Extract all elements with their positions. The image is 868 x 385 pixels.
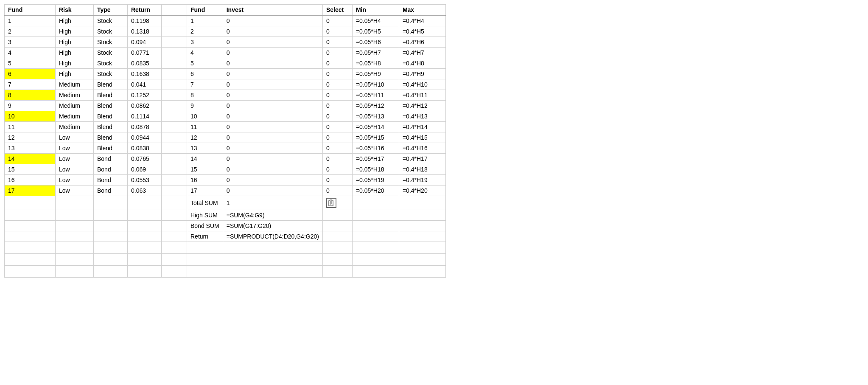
cell-type[interactable]: Blend bbox=[94, 101, 128, 111]
cell-min[interactable]: =0.05*H12 bbox=[352, 101, 399, 111]
cell-invest[interactable]: 0 bbox=[223, 69, 322, 79]
cell-risk[interactable]: Low bbox=[56, 185, 94, 196]
cell-select[interactable]: 0 bbox=[322, 58, 352, 69]
cell-return[interactable]: 0.0835 bbox=[128, 58, 162, 69]
cell-risk[interactable]: Low bbox=[56, 164, 94, 175]
cell-risk[interactable]: High bbox=[56, 37, 94, 48]
cell-select[interactable]: 0 bbox=[322, 185, 352, 196]
cell-type[interactable]: Stock bbox=[94, 58, 128, 69]
cell-max[interactable]: =0.4*H10 bbox=[399, 79, 445, 90]
cell-return[interactable]: 0.1638 bbox=[128, 69, 162, 79]
cell-min[interactable]: =0.05*H14 bbox=[352, 122, 399, 132]
cell-invest[interactable]: 0 bbox=[223, 154, 322, 164]
cell-min[interactable]: =0.05*H20 bbox=[352, 185, 399, 196]
cell-return[interactable]: 0.094 bbox=[128, 37, 162, 48]
cell-min[interactable]: =0.05*H6 bbox=[352, 37, 399, 48]
cell-select[interactable]: 0 bbox=[322, 69, 352, 79]
cell-invest[interactable]: 0 bbox=[223, 185, 322, 196]
summary-value[interactable]: 1 bbox=[223, 196, 322, 210]
cell-max[interactable]: =0.4*H11 bbox=[399, 90, 445, 101]
cell-min[interactable]: =0.05*H19 bbox=[352, 175, 399, 185]
cell-max[interactable]: =0.4*H17 bbox=[399, 154, 445, 164]
cell-risk[interactable]: Medium bbox=[56, 122, 94, 132]
cell-return[interactable]: 0.1318 bbox=[128, 26, 162, 37]
paste-icon-cell[interactable] bbox=[322, 196, 352, 210]
cell-invest[interactable]: 0 bbox=[223, 58, 322, 69]
cell-fund2[interactable]: 12 bbox=[187, 132, 223, 143]
cell-risk[interactable]: High bbox=[56, 58, 94, 69]
cell-type[interactable]: Blend bbox=[94, 111, 128, 122]
cell-min[interactable]: =0.05*H10 bbox=[352, 79, 399, 90]
cell-fund[interactable]: 2 bbox=[5, 26, 56, 37]
cell-risk[interactable]: Low bbox=[56, 154, 94, 164]
cell-return[interactable]: 0.1198 bbox=[128, 15, 162, 26]
cell-min[interactable]: =0.05*H5 bbox=[352, 26, 399, 37]
summary-value[interactable]: =SUMPRODUCT(D4:D20,G4:G20) bbox=[223, 231, 322, 242]
cell-select[interactable]: 0 bbox=[322, 164, 352, 175]
cell-fund2[interactable]: 15 bbox=[187, 164, 223, 175]
cell-select[interactable]: 0 bbox=[322, 132, 352, 143]
cell-select[interactable]: 0 bbox=[322, 79, 352, 90]
cell-fund[interactable]: 12 bbox=[5, 132, 56, 143]
cell-type[interactable]: Bond bbox=[94, 164, 128, 175]
cell-invest[interactable]: 0 bbox=[223, 132, 322, 143]
cell-risk[interactable]: Medium bbox=[56, 90, 94, 101]
cell-select[interactable]: 0 bbox=[322, 154, 352, 164]
cell-fund2[interactable]: 5 bbox=[187, 58, 223, 69]
cell-type[interactable]: Bond bbox=[94, 154, 128, 164]
cell-type[interactable]: Blend bbox=[94, 122, 128, 132]
cell-fund2[interactable]: 10 bbox=[187, 111, 223, 122]
cell-risk[interactable]: Low bbox=[56, 143, 94, 154]
cell-fund[interactable]: 11 bbox=[5, 122, 56, 132]
cell-fund2[interactable]: 17 bbox=[187, 185, 223, 196]
cell-fund[interactable]: 4 bbox=[5, 48, 56, 58]
cell-fund2[interactable]: 14 bbox=[187, 154, 223, 164]
cell-fund2[interactable]: 4 bbox=[187, 48, 223, 58]
cell-type[interactable]: Stock bbox=[94, 37, 128, 48]
cell-invest[interactable]: 0 bbox=[223, 79, 322, 90]
cell-return[interactable]: 0.1252 bbox=[128, 90, 162, 101]
cell-fund2[interactable]: 9 bbox=[187, 101, 223, 111]
cell-type[interactable]: Stock bbox=[94, 26, 128, 37]
cell-fund2[interactable]: 3 bbox=[187, 37, 223, 48]
cell-fund2[interactable]: 6 bbox=[187, 69, 223, 79]
cell-return[interactable]: 0.063 bbox=[128, 185, 162, 196]
cell-min[interactable]: =0.05*H17 bbox=[352, 154, 399, 164]
cell-invest[interactable]: 0 bbox=[223, 101, 322, 111]
cell-max[interactable]: =0.4*H7 bbox=[399, 48, 445, 58]
cell-invest[interactable]: 0 bbox=[223, 111, 322, 122]
summary-value[interactable]: =SUM(G4:G9) bbox=[223, 210, 322, 221]
cell-max[interactable]: =0.4*H16 bbox=[399, 143, 445, 154]
cell-fund[interactable]: 6 bbox=[5, 69, 56, 79]
cell-max[interactable]: =0.4*H9 bbox=[399, 69, 445, 79]
cell-fund2[interactable]: 16 bbox=[187, 175, 223, 185]
cell-return[interactable]: 0.0765 bbox=[128, 154, 162, 164]
cell-invest[interactable]: 0 bbox=[223, 26, 322, 37]
cell-type[interactable]: Blend bbox=[94, 90, 128, 101]
cell-type[interactable]: Bond bbox=[94, 185, 128, 196]
cell-min[interactable]: =0.05*H4 bbox=[352, 15, 399, 26]
cell-max[interactable]: =0.4*H6 bbox=[399, 37, 445, 48]
cell-invest[interactable]: 0 bbox=[223, 90, 322, 101]
cell-risk[interactable]: Medium bbox=[56, 79, 94, 90]
cell-return[interactable]: 0.0944 bbox=[128, 132, 162, 143]
cell-min[interactable]: =0.05*H18 bbox=[352, 164, 399, 175]
cell-fund[interactable]: 16 bbox=[5, 175, 56, 185]
cell-return[interactable]: 0.0771 bbox=[128, 48, 162, 58]
cell-type[interactable]: Blend bbox=[94, 79, 128, 90]
cell-fund2[interactable]: 13 bbox=[187, 143, 223, 154]
cell-risk[interactable]: Medium bbox=[56, 111, 94, 122]
cell-max[interactable]: =0.4*H13 bbox=[399, 111, 445, 122]
cell-max[interactable]: =0.4*H8 bbox=[399, 58, 445, 69]
cell-fund[interactable]: 8 bbox=[5, 90, 56, 101]
cell-invest[interactable]: 0 bbox=[223, 164, 322, 175]
cell-invest[interactable]: 0 bbox=[223, 15, 322, 26]
cell-select[interactable]: 0 bbox=[322, 101, 352, 111]
cell-return[interactable]: 0.0878 bbox=[128, 122, 162, 132]
cell-type[interactable]: Stock bbox=[94, 15, 128, 26]
cell-select[interactable]: 0 bbox=[322, 175, 352, 185]
cell-min[interactable]: =0.05*H15 bbox=[352, 132, 399, 143]
cell-max[interactable]: =0.4*H5 bbox=[399, 26, 445, 37]
cell-return[interactable]: 0.1114 bbox=[128, 111, 162, 122]
cell-return[interactable]: 0.069 bbox=[128, 164, 162, 175]
